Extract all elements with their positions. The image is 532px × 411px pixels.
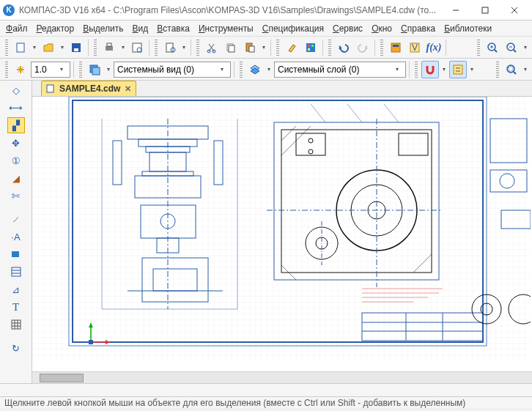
views-dropdown[interactable]: ▾ xyxy=(105,61,112,78)
status-text: Щелкните левой кнопкой мыши на объекте д… xyxy=(4,398,465,408)
dimension-tool[interactable]: ⟷ xyxy=(7,100,25,116)
update-tool[interactable]: ↻ xyxy=(7,340,25,356)
tolerance-tool[interactable]: ① xyxy=(7,152,25,169)
print-button[interactable] xyxy=(100,39,118,56)
zoom-out-button[interactable] xyxy=(503,39,520,56)
grip[interactable] xyxy=(328,40,331,56)
grip[interactable] xyxy=(5,40,8,56)
layers-button[interactable] xyxy=(246,61,264,78)
menu-service[interactable]: Сервис xyxy=(333,23,363,34)
svg-rect-21 xyxy=(311,45,314,47)
paste-button[interactable] xyxy=(241,39,259,56)
view-combo[interactable]: Системный вид (0)▾ xyxy=(114,62,231,78)
grip[interactable] xyxy=(240,62,243,78)
svg-rect-47 xyxy=(12,267,21,276)
zoom-in-button[interactable] xyxy=(484,39,501,56)
svg-line-28 xyxy=(495,50,497,52)
menu-window[interactable]: Окно xyxy=(372,23,392,34)
svg-rect-7 xyxy=(106,46,113,51)
open-button[interactable] xyxy=(40,39,57,56)
new-button[interactable] xyxy=(12,39,29,56)
library-manager-button[interactable] xyxy=(387,39,404,56)
svg-text:V: V xyxy=(412,42,418,53)
state-button[interactable] xyxy=(12,61,29,78)
properties-button[interactable] xyxy=(161,39,179,56)
scale-combo[interactable]: 1.0▾ xyxy=(31,62,70,78)
views-button[interactable] xyxy=(86,61,103,78)
zoom-window-button[interactable] xyxy=(503,61,520,78)
arc-tool[interactable]: ⟋ xyxy=(7,211,25,227)
leader-tool[interactable]: ⊿ xyxy=(7,281,25,297)
menu-spec[interactable]: Спецификация xyxy=(262,23,324,34)
maximize-button[interactable] xyxy=(470,0,500,21)
paste-dropdown[interactable]: ▾ xyxy=(260,39,267,56)
zoom-dropdown[interactable]: ▾ xyxy=(522,39,529,56)
copy-button[interactable] xyxy=(222,39,240,56)
text-tool[interactable]: T xyxy=(7,299,25,315)
minimize-button[interactable] xyxy=(441,0,470,21)
grip[interactable] xyxy=(155,40,158,56)
snap-dropdown[interactable]: ▾ xyxy=(440,61,448,78)
drawing-canvas[interactable] xyxy=(32,97,532,371)
grip[interactable] xyxy=(5,62,8,78)
grip[interactable] xyxy=(496,62,499,78)
point-tool[interactable]: ·A xyxy=(7,229,25,245)
menu-insert[interactable]: Вставка xyxy=(157,23,190,34)
grip[interactable] xyxy=(380,40,383,56)
palette-button[interactable] xyxy=(302,39,319,56)
new-dropdown[interactable]: ▾ xyxy=(31,39,38,56)
construct-tool[interactable]: ◢ xyxy=(7,170,25,186)
brush-button[interactable] xyxy=(283,39,300,56)
block-tool[interactable] xyxy=(7,246,25,262)
variables-button[interactable]: V xyxy=(406,39,424,56)
svg-rect-24 xyxy=(393,45,399,47)
tab-label: SAMPLE4.cdw xyxy=(59,84,120,94)
menu-edit[interactable]: Редактор xyxy=(37,23,75,34)
cut-button[interactable] xyxy=(203,39,221,56)
menu-tools[interactable]: Инструменты xyxy=(199,23,254,34)
open-dropdown[interactable]: ▾ xyxy=(59,39,66,56)
menu-select[interactable]: Выделить xyxy=(83,23,123,34)
menu-file[interactable]: Файл xyxy=(6,23,28,34)
save-button[interactable] xyxy=(67,39,85,56)
scrollbar-thumb[interactable] xyxy=(40,374,84,382)
menu-libraries[interactable]: Библиотеки xyxy=(444,23,492,34)
document-tab[interactable]: SAMPLE4.cdw ✕ xyxy=(41,81,136,96)
window-title: КОМПАС-3D V16 x64 - C:\Program Files\Asc… xyxy=(19,5,441,15)
grip[interactable] xyxy=(94,40,97,56)
cut-tool[interactable]: ✄ xyxy=(7,188,25,204)
print-preview-button[interactable] xyxy=(128,39,146,56)
undo-button[interactable] xyxy=(335,39,352,56)
document-tabstrip: SAMPLE4.cdw ✕ xyxy=(32,81,532,97)
geometry-tool[interactable]: ◇ xyxy=(7,82,25,98)
close-button[interactable] xyxy=(500,0,529,21)
layers-dropdown[interactable]: ▾ xyxy=(265,61,273,78)
tab-close-icon[interactable]: ✕ xyxy=(125,84,131,94)
property-panel xyxy=(0,383,532,396)
grid-tool[interactable] xyxy=(7,316,25,333)
properties-dropdown[interactable]: ▾ xyxy=(180,39,188,56)
horizontal-scrollbar[interactable] xyxy=(32,371,532,383)
snap-magnet-button[interactable] xyxy=(421,61,439,78)
menu-view[interactable]: Вид xyxy=(133,23,149,34)
edit-tool[interactable]: ✥ xyxy=(7,135,25,151)
statusbar: Щелкните левой кнопкой мыши на объекте д… xyxy=(0,396,532,408)
svg-rect-6 xyxy=(74,48,78,51)
param-dropdown[interactable]: ▾ xyxy=(468,61,476,78)
svg-rect-118 xyxy=(89,340,93,344)
grip[interactable] xyxy=(196,40,199,56)
menu-help[interactable]: Справка xyxy=(401,23,435,34)
zoom-window-dropdown[interactable]: ▾ xyxy=(522,61,529,78)
annotate-tool[interactable]: ▞ xyxy=(7,117,25,133)
param-button[interactable] xyxy=(449,61,467,78)
grip[interactable] xyxy=(79,62,82,78)
table-tool[interactable] xyxy=(7,264,25,280)
layer-combo[interactable]: Системный слой (0)▾ xyxy=(274,62,406,78)
svg-rect-22 xyxy=(308,48,310,51)
grip[interactable] xyxy=(415,62,418,78)
redo-button[interactable] xyxy=(354,39,372,56)
print-dropdown[interactable]: ▾ xyxy=(119,39,127,56)
grip[interactable] xyxy=(276,40,279,56)
fx-button[interactable]: f(x) xyxy=(425,39,443,56)
grip[interactable] xyxy=(477,40,480,56)
